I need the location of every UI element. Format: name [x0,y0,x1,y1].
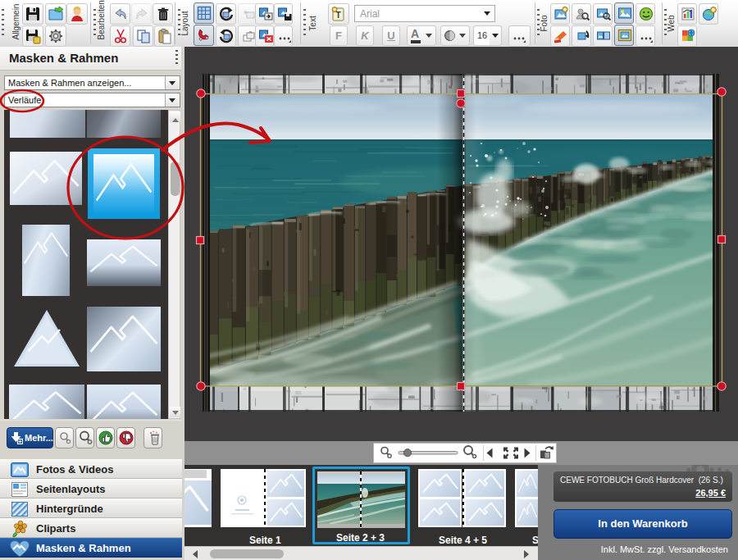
svg-text:T: T [335,11,340,20]
